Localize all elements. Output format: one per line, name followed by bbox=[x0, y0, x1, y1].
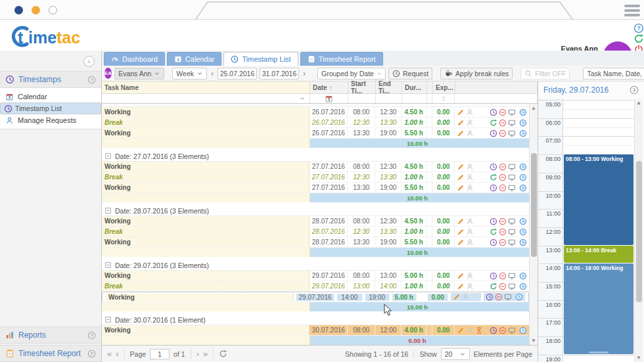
edit-icon[interactable] bbox=[457, 238, 465, 246]
break-refresh-icon[interactable] bbox=[490, 173, 497, 181]
tab-calendar[interactable]: 3Calendar bbox=[167, 52, 222, 66]
edit-icon[interactable] bbox=[453, 293, 461, 301]
calendar-event[interactable]: 13:00 - 14:00 Break bbox=[564, 246, 633, 263]
sidebar-section-timestamps[interactable]: Timestamps ? bbox=[0, 71, 101, 88]
table-row[interactable]: Working27.07.201608:0012:304.50 h0.00 bbox=[102, 162, 529, 172]
first-page-button[interactable]: « bbox=[107, 349, 112, 359]
column-start[interactable]: Start Ti... bbox=[348, 81, 376, 93]
table-row[interactable]: Working29.07.201614:0019:005.00 h0.00 bbox=[102, 292, 529, 302]
timestamp-clock-icon[interactable] bbox=[490, 108, 497, 116]
column-duration[interactable]: Dur... bbox=[402, 81, 427, 93]
edit-icon[interactable] bbox=[457, 184, 465, 192]
table-row[interactable]: Break29.07.201613:0014:001.00 h0.00 bbox=[102, 281, 529, 292]
edit-icon[interactable] bbox=[457, 163, 465, 171]
refresh-icon[interactable] bbox=[633, 34, 644, 44]
column-task-name[interactable]: Task Name bbox=[102, 81, 310, 93]
delete-icon[interactable] bbox=[499, 217, 507, 225]
date-from-input[interactable]: 25.07.2016 bbox=[218, 68, 257, 79]
timestamp-clock-icon[interactable] bbox=[490, 129, 497, 137]
edit-icon[interactable] bbox=[457, 283, 465, 290]
resize-handle[interactable] bbox=[589, 351, 609, 353]
prev-week-button[interactable]: ‹ bbox=[210, 69, 215, 78]
sidebar-section-timesheet-report[interactable]: Timesheet Report ? bbox=[0, 345, 101, 362]
delete-icon[interactable] bbox=[495, 293, 503, 301]
delete-icon[interactable] bbox=[499, 184, 507, 192]
timestamp-clock-icon[interactable] bbox=[490, 217, 497, 225]
sort-select[interactable]: Task Name, Date, Start Tim bbox=[583, 68, 644, 79]
calendar-event[interactable]: 14:00 - 19:00 Working bbox=[564, 263, 633, 354]
timestamp-clock-icon[interactable] bbox=[486, 293, 494, 301]
calendar-event[interactable]: 08:00 - 13:00 Working bbox=[564, 154, 633, 245]
delete-icon[interactable] bbox=[499, 173, 507, 181]
scrollbar-thumb[interactable] bbox=[531, 153, 537, 257]
timestamp-clock-icon[interactable] bbox=[490, 272, 497, 280]
delete-icon[interactable] bbox=[499, 129, 507, 137]
chevron-right-circle-icon[interactable] bbox=[630, 85, 639, 95]
window-button-1[interactable] bbox=[14, 6, 23, 14]
group-header[interactable]: Date: 30.07.2016 (1 Element) bbox=[102, 315, 529, 325]
edit-icon[interactable] bbox=[457, 108, 465, 116]
next-week-button[interactable]: › bbox=[302, 69, 307, 78]
delete-icon[interactable] bbox=[499, 163, 507, 171]
column-end[interactable]: End Ti... bbox=[376, 81, 402, 93]
edit-icon[interactable] bbox=[457, 228, 465, 236]
sidebar-item-timestamp-list[interactable]: Timestamp List bbox=[0, 102, 101, 114]
table-row[interactable]: Working26.07.201608:0012:304.50 h0.00 bbox=[102, 107, 529, 118]
column-date[interactable]: Date↑ bbox=[310, 81, 348, 93]
help-icon[interactable]: ? bbox=[87, 76, 96, 84]
sidebar-section-reports[interactable]: Reports ? bbox=[0, 327, 101, 344]
timestamp-clock-icon[interactable] bbox=[490, 163, 497, 171]
scrollbar-thumb[interactable] bbox=[636, 161, 642, 302]
exp-filter-spinner[interactable] bbox=[432, 94, 455, 103]
user-select[interactable]: Evans Ann bbox=[114, 68, 164, 79]
grouping-select[interactable]: Grouped by Date bbox=[317, 68, 386, 79]
delete-icon[interactable] bbox=[499, 327, 507, 334]
next-page-button[interactable]: › bbox=[196, 349, 199, 359]
edit-icon[interactable] bbox=[457, 129, 465, 137]
window-button-3[interactable] bbox=[49, 6, 57, 14]
sidebar-item-calendar[interactable]: 3Calendar bbox=[0, 91, 101, 102]
column-expenses[interactable]: Exp... bbox=[433, 81, 455, 93]
table-row[interactable]: Working30.07.201608:0012:004.00 h0.00 bbox=[102, 325, 529, 336]
timestamp-clock-icon[interactable] bbox=[490, 327, 497, 334]
refresh-icon[interactable] bbox=[219, 350, 227, 358]
timestamp-clock-icon[interactable] bbox=[490, 238, 497, 246]
tab-timestamp-list[interactable]: Timestamp List bbox=[223, 52, 298, 66]
browser-menu-icon[interactable] bbox=[624, 5, 640, 18]
day-grid[interactable]: 05:0006:0007:0008:0009:0010:0011:0012:00… bbox=[538, 99, 635, 362]
edit-icon[interactable] bbox=[457, 217, 465, 225]
delete-icon[interactable] bbox=[499, 108, 507, 116]
filter-button[interactable]: Filter OFF bbox=[520, 68, 570, 79]
delete-icon[interactable] bbox=[499, 238, 507, 246]
last-page-button[interactable]: » bbox=[203, 349, 208, 359]
table-row[interactable]: Working26.07.201613:3019:005.50 h0.00 bbox=[102, 128, 529, 139]
help-icon[interactable]: ? bbox=[87, 331, 96, 340]
date-filter-button[interactable]: 3 bbox=[310, 94, 348, 103]
table-row[interactable]: Working28.07.201608:0012:304.50 h0.00 bbox=[102, 216, 529, 227]
sidebar-collapse-button[interactable]: ‹ bbox=[83, 56, 95, 67]
edit-icon[interactable] bbox=[457, 173, 465, 181]
group-header[interactable]: Date: 27.07.2016 (3 Elements) bbox=[102, 151, 529, 162]
date-to-input[interactable]: 31.07.2016 bbox=[260, 68, 299, 79]
break-refresh-icon[interactable] bbox=[490, 283, 497, 290]
table-row[interactable]: Working27.07.201613:3019:005.50 h0.00 bbox=[102, 183, 529, 193]
window-button-2[interactable] bbox=[32, 6, 40, 14]
group-header[interactable]: Date: 28.07.2016 (3 Elements) bbox=[102, 206, 529, 216]
edit-icon[interactable] bbox=[457, 272, 465, 280]
delete-icon[interactable] bbox=[499, 119, 507, 127]
day-panel-scrollbar[interactable]: ▲ ▼ bbox=[634, 99, 643, 362]
timestamp-clock-icon[interactable] bbox=[490, 184, 497, 192]
help-icon[interactable]: ? bbox=[87, 350, 96, 358]
delete-icon[interactable] bbox=[499, 283, 507, 290]
group-header[interactable]: Date: 29.07.2016 (3 Elements) bbox=[102, 260, 529, 271]
break-refresh-icon[interactable] bbox=[490, 119, 497, 127]
table-row[interactable]: Break26.07.201612:3013:301.00 h0.00 bbox=[102, 118, 529, 128]
range-select[interactable]: Week bbox=[172, 68, 207, 79]
table-row[interactable]: Break27.07.201612:3013:301.00 h0.00 bbox=[102, 172, 529, 183]
tab-timesheet-report[interactable]: Timesheet Report bbox=[300, 52, 383, 66]
tab-dashboard[interactable]: Dashboard bbox=[104, 52, 165, 66]
delete-icon[interactable] bbox=[499, 228, 507, 236]
break-refresh-icon[interactable] bbox=[490, 228, 497, 236]
task-filter-input[interactable] bbox=[102, 94, 310, 103]
table-scrollbar[interactable]: ▲ ▼ bbox=[529, 104, 538, 345]
